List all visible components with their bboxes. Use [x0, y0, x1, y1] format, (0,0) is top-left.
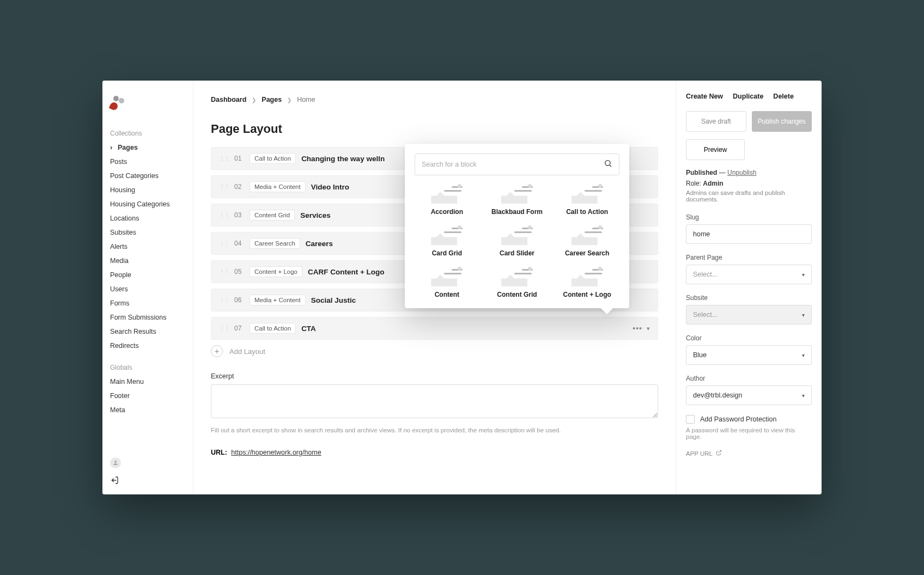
block-thumb-icon — [431, 228, 463, 245]
block-option-label: Blackbaud Form — [491, 208, 543, 216]
drag-handle-icon[interactable]: ⋮⋮ — [219, 240, 229, 247]
chevron-down-icon[interactable]: ▾ — [647, 325, 650, 332]
publish-changes-button[interactable]: Publish changes — [752, 111, 812, 132]
block-thumb-icon — [572, 228, 603, 245]
drag-handle-icon[interactable]: ⋮⋮ — [219, 155, 229, 162]
parent-page-select[interactable]: Select... ▾ — [686, 265, 812, 284]
block-option-label: Content — [435, 291, 459, 298]
block-option-content-logo[interactable]: Content + Logo — [555, 269, 619, 298]
parent-page-label: Parent Page — [686, 254, 812, 261]
delete-button[interactable]: Delete — [773, 93, 794, 100]
sidebar-item-alerts[interactable]: Alerts — [102, 240, 193, 254]
block-option-card-grid[interactable]: Card Grid — [415, 228, 479, 257]
block-option-label: Card Slider — [500, 249, 534, 257]
create-new-button[interactable]: Create New — [686, 93, 723, 100]
breadcrumb-item[interactable]: Dashboard — [211, 96, 246, 103]
drag-handle-icon[interactable]: ⋮⋮ — [219, 268, 229, 276]
plus-icon: + — [211, 345, 223, 357]
page-title: Page Layout — [211, 122, 658, 136]
unpublish-link[interactable]: Unpublish — [727, 169, 756, 176]
drag-handle-icon[interactable]: ⋮⋮ — [219, 325, 229, 332]
author-label: Author — [686, 375, 812, 382]
sidebar-item-housing-categories[interactable]: Housing Categories — [102, 197, 193, 211]
slug-input[interactable] — [686, 224, 812, 244]
user-avatar[interactable] — [110, 457, 121, 468]
sidebar-item-users[interactable]: Users — [102, 282, 193, 296]
breadcrumb-item[interactable]: Pages — [262, 96, 282, 103]
block-title: CTA — [301, 325, 627, 333]
add-layout-button[interactable]: + Add Layout — [211, 345, 658, 357]
block-option-label: Accordion — [431, 208, 463, 216]
sidebar-item-footer[interactable]: Footer — [102, 389, 193, 403]
sidebar-item-housing[interactable]: Housing — [102, 183, 193, 197]
chevron-down-icon: ▾ — [802, 312, 805, 318]
sidebar-item-media[interactable]: Media — [102, 254, 193, 268]
chevron-down-icon: ▾ — [802, 393, 805, 399]
block-type-chip: Call to Action — [250, 323, 296, 334]
block-option-call-to-action[interactable]: Call to Action — [555, 186, 619, 216]
role-value: Admin — [703, 180, 723, 187]
page-url-link[interactable]: https://hopenetwork.org/home — [231, 449, 321, 456]
published-status: Published — [686, 169, 717, 176]
block-option-content[interactable]: Content — [415, 269, 479, 298]
block-option-content-grid[interactable]: Content Grid — [485, 269, 550, 298]
author-select[interactable]: dev@trbl.design ▾ — [686, 386, 812, 405]
block-option-blackbaud-form[interactable]: Blackbaud Form — [485, 186, 550, 216]
chevron-down-icon: ▾ — [802, 272, 805, 278]
subsite-select[interactable]: Select... ▾ — [686, 305, 812, 325]
svg-point-0 — [114, 461, 117, 463]
block-option-career-search[interactable]: Career Search — [555, 228, 619, 257]
sidebar-item-people[interactable]: People — [102, 268, 193, 282]
sidebar-item-forms[interactable]: Forms — [102, 296, 193, 310]
color-select[interactable]: Blue ▾ — [686, 345, 812, 365]
block-option-label: Content Grid — [497, 291, 537, 298]
duplicate-button[interactable]: Duplicate — [733, 93, 763, 100]
block-thumb-icon — [572, 269, 603, 286]
block-number: 05 — [234, 268, 244, 276]
sidebar-item-post-categories[interactable]: Post Categories — [102, 169, 193, 183]
sidebar-item-subsites[interactable]: Subsites — [102, 225, 193, 240]
app-url-label: APP URL — [686, 450, 713, 457]
preview-button[interactable]: Preview — [686, 139, 745, 160]
block-thumb-icon — [431, 186, 463, 204]
block-search-input[interactable] — [422, 161, 604, 168]
sidebar-item-search-results[interactable]: Search Results — [102, 325, 193, 339]
block-option-label: Call to Action — [566, 208, 608, 216]
save-draft-button[interactable]: Save draft — [686, 111, 746, 132]
slug-label: Slug — [686, 213, 812, 221]
excerpt-textarea[interactable] — [211, 384, 658, 418]
sidebar-item-form-submissions[interactable]: Form Submissions — [102, 310, 193, 325]
block-more-icon[interactable]: ••• — [633, 324, 642, 333]
block-option-card-slider[interactable]: Card Slider — [485, 228, 550, 257]
block-number: 04 — [234, 240, 244, 247]
sidebar-item-meta[interactable]: Meta — [102, 403, 193, 417]
block-number: 03 — [234, 211, 244, 219]
sidebar-item-posts[interactable]: Posts — [102, 155, 193, 169]
block-option-label: Content + Logo — [563, 291, 611, 298]
add-layout-label: Add Layout — [229, 347, 265, 356]
layout-block[interactable]: ⋮⋮07Call to ActionCTA•••▾ — [211, 317, 658, 340]
block-number: 06 — [234, 296, 244, 304]
logout-icon[interactable] — [110, 476, 185, 487]
external-link-icon[interactable] — [716, 450, 722, 457]
block-option-accordion[interactable]: Accordion — [415, 186, 479, 216]
block-picker-popover: AccordionBlackbaud FormCall to ActionCar… — [405, 144, 629, 308]
role-help: Admins can save drafts and publish docum… — [686, 189, 812, 203]
breadcrumb-item-current: Home — [297, 96, 315, 103]
block-thumb-icon — [501, 228, 533, 245]
sidebar-section-collections: Collections — [102, 125, 193, 140]
block-number: 01 — [234, 155, 244, 162]
block-number: 07 — [234, 325, 244, 332]
sidebar-item-locations[interactable]: Locations — [102, 211, 193, 225]
drag-handle-icon[interactable]: ⋮⋮ — [219, 183, 229, 191]
sidebar-item-main-menu[interactable]: Main Menu — [102, 375, 193, 389]
drag-handle-icon[interactable]: ⋮⋮ — [219, 212, 229, 219]
sidebar-item-pages[interactable]: Pages — [102, 140, 193, 155]
sidebar-item-redirects[interactable]: Redirects — [102, 339, 193, 353]
password-protection-label: Add Password Protection — [700, 415, 776, 423]
block-option-label: Career Search — [565, 249, 609, 257]
sidebar: Collections PagesPostsPost CategoriesHou… — [102, 81, 193, 494]
password-protection-checkbox[interactable] — [686, 415, 695, 424]
drag-handle-icon[interactable]: ⋮⋮ — [219, 297, 229, 304]
excerpt-label: Excerpt — [211, 372, 658, 380]
